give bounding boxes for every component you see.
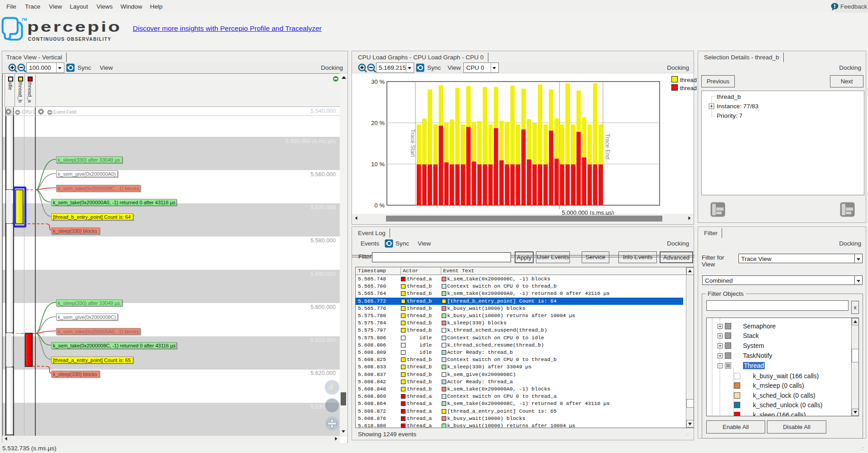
svg-text:5.620.000: 5.620.000	[310, 370, 336, 376]
svg-text:5.610.000: 5.610.000	[310, 337, 336, 343]
svg-text:5.590.000: 5.590.000	[310, 271, 336, 277]
svg-text:5.560.000: 5.560.000	[310, 171, 336, 178]
svg-text:5.580.000: 5.580.000	[310, 237, 336, 244]
svg-text:5.570.000: 5.570.000	[310, 204, 336, 211]
svg-text:5.600.000: 5.600.000	[310, 304, 336, 310]
svg-text:5.550.000 (s.ms.µs): 5.550.000 (s.ms.µs)	[285, 138, 336, 145]
